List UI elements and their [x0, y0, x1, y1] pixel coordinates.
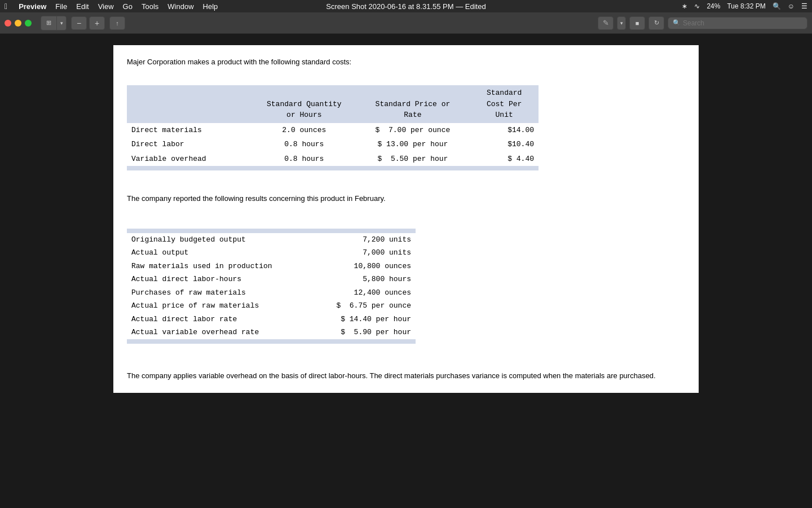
table-row: Variable overhead 0.8 hours $ 5.50 per h… [127, 152, 539, 167]
table-row: Direct labor 0.8 hours $ 13.00 per hour … [127, 137, 539, 152]
battery-status: 24% [707, 2, 720, 10]
table2-footer-row [127, 339, 416, 344]
intro-text-1: Majer Corporation makes a product with t… [127, 56, 685, 68]
sidebar-toggle-button[interactable]: ⊞ [41, 16, 57, 30]
table1-header-row: Standard Quantityor Hours Standard Price… [127, 85, 539, 123]
menu-extra-icon[interactable]: ☰ [801, 2, 807, 10]
document-page: Majer Corporation makes a product with t… [113, 45, 699, 393]
table2-header-cell [127, 229, 416, 233]
result-1-label: Originally budgeted output [127, 233, 319, 247]
result-5-value: 12,400 ounces [319, 286, 416, 300]
result-6-value: $ 6.75 per ounce [319, 299, 416, 313]
intro-text-2: The company reported the following resul… [127, 193, 685, 204]
table-row: Direct materials 2.0 ounces $ 7.00 per o… [127, 123, 539, 138]
item-1-cost: $14.00 [470, 123, 539, 138]
apple-menu[interactable]:  [5, 2, 7, 11]
item-1-label: Direct materials [127, 123, 253, 138]
menu-bar:  Preview File Edit View Go Tools Window… [0, 0, 812, 12]
result-7-value: $ 14.40 per hour [319, 313, 416, 326]
window-title: Screen Shot 2020-06-16 at 8.31.55 PM — E… [326, 2, 486, 11]
result-7-label: Actual direct labor rate [127, 313, 319, 326]
table1-col2-header: Standard Quantityor Hours [253, 85, 356, 123]
table-row: Raw materials used in production 10,800 … [127, 260, 416, 273]
search-box: 🔍 [668, 17, 807, 29]
search-icon: 🔍 [673, 19, 681, 27]
item-2-qty: 0.8 hours [253, 137, 356, 152]
zoom-out-button[interactable]: − [71, 16, 87, 30]
toolbar: ⊞ ▾ − + ↑ ✎ ▾ ■ ↻ 🔍 [0, 12, 812, 34]
result-8-value: $ 5.90 per hour [319, 326, 416, 339]
table-row: Actual output 7,000 units [127, 246, 416, 260]
result-4-value: 5,800 hours [319, 273, 416, 286]
user-icon: ☺ [788, 2, 795, 10]
share-button[interactable]: ↑ [109, 16, 125, 30]
zoom-in-button[interactable]: + [89, 16, 105, 30]
menu-view[interactable]: View [98, 2, 114, 11]
result-3-value: 10,800 ounces [319, 260, 416, 273]
item-1-price: $ 7.00 per ounce [356, 123, 470, 138]
menu-file[interactable]: File [55, 2, 67, 11]
toolbar-right: ✎ ▾ ■ ↻ 🔍 [598, 16, 807, 30]
item-2-price: $ 13.00 per hour [356, 137, 470, 152]
table-row: Actual direct labor-hours 5,800 hours [127, 273, 416, 286]
result-4-label: Actual direct labor-hours [127, 273, 319, 286]
search-input[interactable] [683, 19, 802, 27]
annotate-dropdown[interactable]: ▾ [617, 16, 626, 30]
menu-edit[interactable]: Edit [76, 2, 89, 11]
wifi-icon: ∿ [694, 2, 700, 10]
menu-window[interactable]: Window [167, 2, 193, 11]
menu-tools[interactable]: Tools [142, 2, 158, 11]
table1-footer-row [127, 166, 539, 170]
result-2-label: Actual output [127, 246, 319, 260]
item-2-cost: $10.40 [470, 137, 539, 152]
table1-footer-cell [127, 166, 539, 170]
result-2-value: 7,000 units [319, 246, 416, 260]
annotate-button[interactable]: ✎ [598, 16, 614, 30]
results-table: Originally budgeted output 7,200 units A… [127, 229, 416, 344]
table-row: Purchases of raw materials 12,400 ounces [127, 286, 416, 300]
traffic-lights [5, 20, 32, 27]
minimize-button[interactable] [15, 20, 21, 27]
close-button[interactable] [5, 20, 11, 27]
zoom-out-icon: − [77, 19, 81, 28]
table-row: Actual direct labor rate $ 14.40 per hou… [127, 313, 416, 326]
clock: Tue 8:32 PM [727, 2, 765, 10]
table2-header-row [127, 229, 416, 233]
zoom-in-icon: + [95, 19, 99, 28]
table-row: Actual variable overhead rate $ 5.90 per… [127, 326, 416, 339]
result-8-label: Actual variable overhead rate [127, 326, 319, 339]
result-5-label: Purchases of raw materials [127, 286, 319, 300]
sidebar-dropdown-button[interactable]: ▾ [57, 16, 66, 30]
item-3-qty: 0.8 hours [253, 152, 356, 167]
footer-text: The company applies variable overhead on… [127, 370, 685, 382]
menu-preview[interactable]: Preview [19, 2, 46, 11]
item-3-cost: $ 4.40 [470, 152, 539, 167]
result-6-label: Actual price of raw materials [127, 299, 319, 313]
table-row: Actual price of raw materials $ 6.75 per… [127, 299, 416, 313]
table1-col1-header [127, 85, 253, 123]
standard-costs-table: Standard Quantityor Hours Standard Price… [127, 85, 539, 170]
table1-col3-header: Standard Price orRate [356, 85, 470, 123]
rotate-button[interactable]: ↻ [648, 16, 664, 30]
table2-footer-cell [127, 339, 416, 344]
item-3-price: $ 5.50 per hour [356, 152, 470, 167]
main-content-area: Majer Corporation makes a product with t… [0, 34, 812, 508]
spotlight-icon[interactable]: 🔍 [773, 2, 781, 10]
markup-button[interactable]: ■ [629, 16, 645, 30]
table1-col4-header: StandardCost PerUnit [470, 85, 539, 123]
bluetooth-icon: ∗ [682, 2, 687, 10]
menu-help[interactable]: Help [203, 2, 218, 11]
result-1-value: 7,200 units [319, 233, 416, 247]
fullscreen-button[interactable] [25, 20, 32, 27]
menu-go[interactable]: Go [123, 2, 133, 11]
sidebar-toggle-group: ⊞ ▾ [41, 16, 67, 30]
share-icon: ↑ [116, 20, 119, 27]
item-1-qty: 2.0 ounces [253, 123, 356, 138]
result-3-label: Raw materials used in production [127, 260, 319, 273]
item-2-label: Direct labor [127, 137, 253, 152]
item-3-label: Variable overhead [127, 152, 253, 167]
table-row: Originally budgeted output 7,200 units [127, 233, 416, 247]
